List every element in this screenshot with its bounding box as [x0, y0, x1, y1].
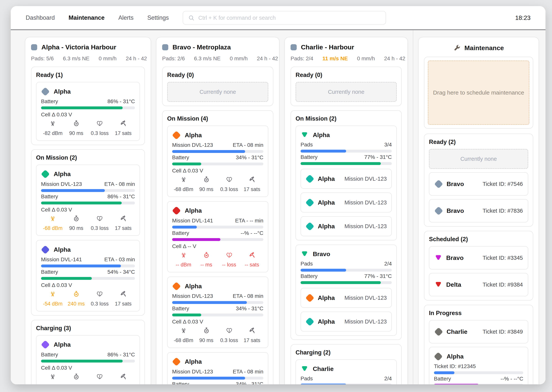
station-stats: Pads: 2/66.3 m/s NE0 mm/h24 h - 42 [162, 56, 273, 62]
section-title: Ready (2) [429, 139, 528, 146]
robot-name: Alpha [185, 358, 202, 365]
status-section: On Mission (2)AlphaPads3/4Battery77% - 3… [291, 110, 402, 340]
subcard-name-wrap: Alpha [305, 294, 335, 302]
indigo-diamond-icon [41, 245, 50, 254]
robot-card[interactable]: CharliePads2/4Battery77% - 31°CAlphaMiss… [296, 359, 397, 384]
progress-bar [434, 384, 523, 384]
metric-value: ETA - 08 min [233, 293, 263, 299]
violet-diamond-icon [41, 341, 50, 349]
robot-card[interactable]: AlphaTicket ID: #12345Battery--% - --°CC… [429, 347, 528, 384]
progress-bar [41, 265, 135, 267]
robot-card[interactable]: BravoPads2/4Battery77% - 31°CAlphaMissio… [296, 245, 397, 336]
mission-subcard[interactable]: AlphaMission DVL-123 [301, 312, 392, 331]
metric-row: Pads3/4 [301, 142, 392, 148]
maintenance-section: Scheduled (2)BravoTicket ID: #3345DeltaT… [424, 231, 533, 301]
robot-card[interactable]: AlphaBattery86% - 31°CCell Δ 0.03 V-82 d… [36, 82, 140, 141]
telemetry-item: 17 sats [240, 327, 263, 344]
telemetry-item: -- ms [195, 252, 218, 268]
telemetry-item: -68 dBm [41, 215, 65, 232]
slate-square-icon [162, 44, 168, 50]
robot-card[interactable]: AlphaMission DVL-141ETA - -- minBattery-… [167, 201, 268, 273]
empty-placeholder: Currently none [429, 149, 528, 169]
telemetry-item: 90 ms [195, 327, 218, 344]
station-header: Bravo - Metroplaza [162, 42, 273, 51]
mission-subcard[interactable]: AlphaMission DVL-123 [301, 216, 392, 236]
ticket-id: Ticket ID: #7546 [483, 181, 523, 187]
slate-diamond-icon [41, 87, 50, 96]
ticket-card[interactable]: BravoTicket ID: #7546 [429, 172, 528, 196]
metric-row: Pads2/4 [301, 376, 392, 382]
ticket-card[interactable]: BravoTicket ID: #7836 [429, 199, 528, 222]
mission-subcard[interactable]: AlphaMission DVL-123 [301, 288, 392, 308]
robot-name: Alpha [54, 341, 71, 348]
robot-card-header: Alpha [41, 245, 135, 254]
robot-card[interactable]: AlphaMission DVL-123ETA - 08 minBattery3… [167, 352, 268, 385]
robot-card-header: Alpha [172, 282, 263, 290]
nav-item-alerts[interactable]: Alerts [118, 14, 133, 21]
teal-diamond-icon [305, 222, 314, 231]
nav-item-dashboard[interactable]: Dashboard [26, 14, 55, 21]
status-section: On Mission (4)AlphaMission DVL-123ETA - … [162, 110, 273, 384]
metric-label: Battery [41, 194, 58, 200]
mission-subcard[interactable]: AlphaMission DVL-123 [301, 193, 392, 212]
satellites-icon [249, 176, 255, 185]
metric-label: Pads [301, 261, 313, 267]
robot-card[interactable]: AlphaMission DVL-123ETA - 08 minBattery8… [36, 165, 140, 236]
maintenance-panel: Maintenance Drag here to schedule mainte… [418, 37, 539, 384]
section-title: Charging (2) [296, 349, 397, 356]
robot-card[interactable]: AlphaPads3/4Battery77% - 31°CAlphaMissio… [296, 126, 397, 240]
telemetry-value: -68 dBm [174, 337, 193, 344]
robot-card[interactable]: AlphaMission DVL-123ETA - 08 minBattery3… [167, 126, 268, 197]
metric-row: Battery77% - 31°C [301, 273, 392, 279]
slate-square-icon [291, 44, 297, 50]
green-progress-fill [41, 277, 92, 280]
latency-icon [73, 120, 80, 129]
metric-label: Ticket ID: #12345 [434, 363, 476, 369]
telemetry-item: 240 ms [65, 291, 88, 307]
packet-loss-icon [96, 120, 103, 129]
telemetry-row: -- dBm-- ms-- loss-- sats [172, 252, 263, 268]
progress-bar [41, 189, 135, 192]
maintenance-dropzone[interactable]: Drag here to schedule maintenance [428, 61, 529, 125]
telemetry-item: 90ms [65, 373, 88, 385]
nav-item-maintenance[interactable]: Maintenance [69, 14, 105, 21]
ticket-id: Ticket ID: #3849 [483, 329, 523, 335]
progress-bar [41, 202, 135, 204]
station-stat: 6.3 m/s NE [63, 56, 89, 62]
telemetry-value: -68 dBm [43, 225, 63, 231]
search-input[interactable] [198, 14, 381, 21]
signal-icon [49, 291, 56, 299]
robot-card[interactable]: AlphaBattery86% - 31°CCell Δ 0.03 V-68dB… [36, 335, 140, 385]
metric-value: 77% - 31°C [364, 273, 392, 279]
telemetry-value: 90 ms [69, 225, 83, 231]
section-title: Ready (0) [167, 72, 268, 78]
robot-card[interactable]: AlphaMission DVL-123ETA - 08 minBattery3… [167, 277, 268, 348]
ticket-name-wrap: Charlie [434, 328, 467, 336]
command-search[interactable] [183, 11, 386, 25]
telemetry-value: 17 sats [115, 301, 131, 307]
ticket-card[interactable]: DeltaTicket ID: #9384 [429, 273, 528, 296]
telemetry-value: 0.3 loss [91, 225, 109, 231]
latency-icon [73, 215, 80, 224]
mission-subcard[interactable]: AlphaMission DVL-123 [301, 169, 392, 189]
orange-diamond-icon [172, 131, 181, 139]
slate-diamond-icon [434, 180, 443, 188]
subcard-mission: Mission DVL-123 [344, 176, 387, 182]
packet-loss-icon [226, 327, 233, 336]
blue-progress-fill [301, 384, 346, 384]
station-stat: Pads: 2/4 [291, 56, 313, 62]
station-stat: 24 h - 42 [126, 56, 147, 62]
nav-item-settings[interactable]: Settings [147, 14, 169, 21]
robot-name: Alpha [54, 246, 71, 253]
subcard-name-wrap: Alpha [305, 198, 335, 207]
telemetry-value: 0.3 loss [220, 337, 238, 344]
ticket-card[interactable]: CharlieTicket ID: #3849 [429, 320, 528, 343]
metric-value: 2/4 [384, 261, 392, 267]
ticket-card[interactable]: BravoTicket ID: #3345 [429, 246, 528, 269]
metric-label: Battery [301, 154, 318, 160]
robot-card[interactable]: AlphaMission DVL-141ETA - 03 minBattery5… [36, 240, 140, 311]
satellites-icon [249, 327, 255, 336]
metric-row: Mission DVL-123ETA - 08 min [172, 293, 263, 299]
teal-diamond-icon [305, 317, 314, 326]
subcard-name-wrap: Alpha [305, 222, 335, 231]
